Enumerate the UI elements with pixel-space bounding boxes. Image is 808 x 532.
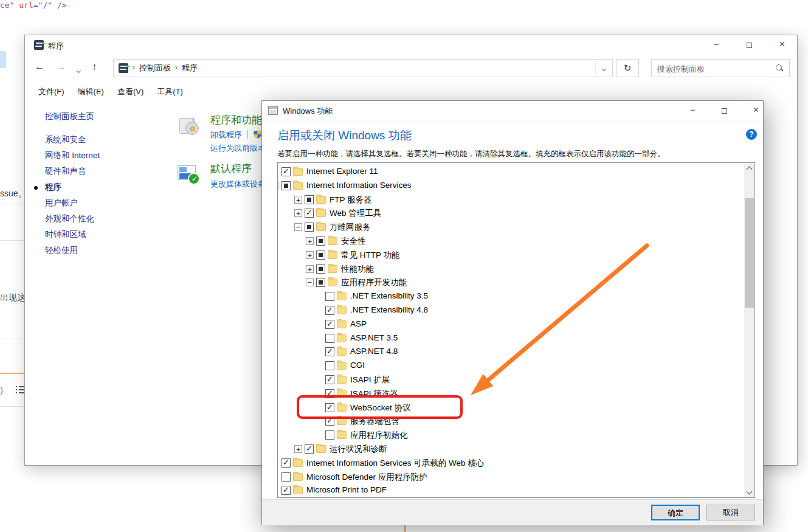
expand-icon[interactable]: + (294, 445, 302, 453)
cancel-button[interactable]: 取消 (706, 505, 755, 520)
checkbox-unchecked[interactable] (281, 472, 291, 482)
sidebar-item[interactable]: 控制面板主页 (45, 111, 94, 122)
checkbox-checked[interactable] (325, 375, 334, 384)
refresh-button[interactable]: ↻ (616, 59, 639, 77)
menu-item[interactable]: 查看(V) (117, 86, 143, 97)
checkbox-filled[interactable] (305, 223, 314, 232)
checkbox-checked[interactable] (281, 458, 291, 468)
scrollbar-thumb[interactable] (745, 198, 754, 308)
sidebar-item[interactable]: 系统和安全 (45, 134, 86, 145)
checkbox-checked[interactable] (325, 306, 334, 315)
checkbox-checked[interactable] (281, 486, 291, 495)
change-media-settings-link[interactable]: 更改媒体或设备 (210, 179, 266, 190)
scroll-down-button[interactable] (744, 487, 754, 497)
close-button[interactable]: × (742, 101, 770, 119)
menu-item[interactable]: 工具(T) (157, 86, 183, 97)
sidebar-item[interactable]: 时钟和区域 (45, 229, 86, 240)
tree-row[interactable]: ASP.NET 3.5 (278, 331, 744, 345)
checkbox-unchecked[interactable] (325, 334, 334, 343)
checkbox-filled[interactable] (316, 237, 325, 246)
chevron-right-icon: › (175, 63, 178, 72)
uninstall-program-link[interactable]: 卸载程序 (210, 130, 242, 139)
menu-item[interactable]: 文件(F) (38, 86, 64, 97)
checkbox-unchecked[interactable] (325, 430, 334, 440)
collapse-icon[interactable]: − (294, 223, 302, 231)
programs-and-features-heading[interactable]: 程序和功能 (210, 113, 262, 127)
minimize-button[interactable]: − (679, 101, 706, 119)
address-dropdown-button[interactable] (595, 60, 612, 77)
sidebar-item[interactable]: 用户帐户 (45, 198, 78, 209)
expand-icon[interactable]: + (294, 196, 302, 204)
background-glyph-fragment: ) (0, 385, 3, 395)
programs-and-features-icon[interactable] (178, 116, 202, 137)
help-icon[interactable]: ? (746, 129, 757, 140)
tree-row[interactable]: Internet Explorer 11 (278, 165, 744, 179)
tree-row[interactable]: +Web 管理工具 (278, 206, 744, 220)
scroll-up-button[interactable] (744, 163, 754, 173)
breadcrumb-programs[interactable]: 程序 (182, 63, 198, 74)
tree-row[interactable]: −万维网服务 (278, 220, 744, 234)
checkbox-filled[interactable] (281, 181, 291, 190)
sidebar-item[interactable]: 硬件和声音 (45, 166, 86, 177)
tree-row[interactable]: CGI (278, 359, 744, 373)
tree-row[interactable]: +运行状况和诊断 (278, 442, 744, 456)
sidebar-item[interactable]: 外观和个性化 (45, 213, 94, 224)
tree-row-label: Internet Information Services (306, 181, 412, 190)
back-button[interactable]: ← (35, 61, 45, 73)
tree-row[interactable]: +性能功能 (278, 262, 744, 276)
tree-row[interactable]: ISAPI 扩展 (278, 373, 744, 387)
search-input[interactable]: 搜索控制面板 (651, 59, 790, 77)
up-button[interactable]: ↑ (92, 61, 97, 73)
checkbox-checked[interactable] (325, 320, 334, 329)
checkbox-checked[interactable] (305, 209, 314, 218)
titlebar[interactable]: Windows 功能 − × (262, 101, 763, 120)
maximize-button[interactable] (736, 35, 763, 54)
tree-row-label: ASP (350, 319, 367, 328)
default-programs-icon[interactable] (177, 164, 201, 186)
expand-icon[interactable]: + (306, 237, 314, 245)
address-bar[interactable]: › 控制面板 › 程序 (113, 59, 613, 77)
expand-icon[interactable]: + (294, 209, 302, 217)
tree-row[interactable]: +常见 HTTP 功能 (278, 248, 744, 262)
tree-row[interactable]: .NET Extensibility 4.8 (278, 303, 744, 317)
tree-row[interactable]: 应用程序初始化 (278, 428, 744, 442)
vertical-scrollbar[interactable] (744, 163, 754, 497)
expand-icon[interactable]: + (306, 251, 314, 259)
tree-row[interactable]: Microsoft Defender 应用程序防护 (278, 470, 744, 484)
recent-pages-dropdown[interactable] (77, 64, 80, 75)
menu-item[interactable]: 编辑(E) (78, 86, 104, 97)
breadcrumb-control-panel[interactable]: 控制面板 (139, 63, 171, 74)
tree-row[interactable]: .NET Extensibility 3.5 (278, 289, 744, 303)
tree-row[interactable]: −应用程序开发功能 (278, 275, 744, 289)
checkbox-unchecked[interactable] (325, 292, 334, 301)
tree-row[interactable]: ASP (278, 317, 744, 331)
sidebar-item[interactable]: 网络和 Internet (45, 150, 100, 161)
forward-button[interactable]: → (56, 61, 66, 73)
checkbox-filled[interactable] (305, 195, 314, 204)
tree-row[interactable]: Internet Information Services 可承载的 Web 核… (278, 456, 744, 470)
checkbox-checked[interactable] (281, 167, 291, 176)
minimize-button[interactable]: − (703, 35, 730, 54)
sidebar-item[interactable]: 程序 (45, 182, 61, 193)
checkbox-unchecked[interactable] (325, 361, 334, 370)
tree-row[interactable]: −Internet Information Services (278, 179, 744, 193)
tree-row[interactable]: +FTP 服务器 (278, 193, 744, 207)
checkbox-filled[interactable] (316, 264, 325, 274)
checkbox-filled[interactable] (316, 278, 325, 287)
run-older-programs-link[interactable]: 运行为以前版本 (210, 143, 266, 154)
checkbox-filled[interactable] (316, 250, 325, 260)
close-button[interactable]: × (768, 35, 796, 54)
expand-icon[interactable]: + (306, 265, 314, 273)
checkbox-checked[interactable] (325, 347, 334, 356)
tree-row[interactable]: ASP.NET 4.8 (278, 345, 744, 359)
checkbox-checked[interactable] (305, 444, 314, 454)
tree-row[interactable]: Microsoft Print to PDF (278, 483, 744, 497)
sidebar-item[interactable]: 轻松使用 (45, 245, 78, 256)
collapse-icon[interactable]: − (306, 278, 314, 286)
maximize-button[interactable] (711, 101, 738, 119)
titlebar[interactable]: 程序 − × (25, 35, 797, 55)
ok-button[interactable]: 确定 (651, 505, 700, 520)
tree-row[interactable]: +安全性 (278, 234, 744, 248)
collapse-icon[interactable]: − (277, 182, 278, 190)
default-programs-heading[interactable]: 默认程序 (210, 162, 252, 176)
